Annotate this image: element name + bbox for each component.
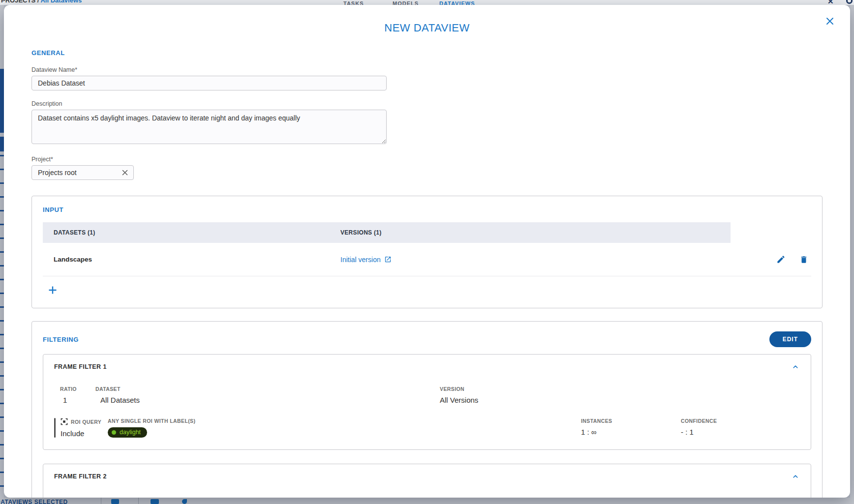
tab-models: MODELS: [393, 0, 419, 5]
dataset-name: Landscapes: [43, 256, 340, 263]
delete-row-button[interactable]: [799, 255, 808, 264]
project-input[interactable]: [31, 165, 134, 180]
table-row-fragment: [0, 69, 4, 133]
modal-title: NEW DATAVIEW: [4, 22, 850, 34]
app-table-fragment-left: [0, 5, 4, 498]
close-icon: [825, 16, 835, 26]
table-row: Landscapes Initial version: [43, 243, 811, 276]
plus-icon: [47, 284, 59, 296]
roi-query-label: ROI QUERY: [71, 419, 101, 425]
collapse-filter-1-button[interactable]: [791, 362, 800, 371]
column-header-datasets: DATASETS (1): [43, 222, 340, 243]
filtering-section: FILTERING EDIT FRAME FILTER 1 RATIO: [31, 321, 823, 498]
roi-mode-value: Include: [61, 429, 108, 438]
description-textarea[interactable]: Dataset contains x5 daylight images. Dat…: [31, 110, 387, 144]
datasets-table: DATASETS (1) VERSIONS (1) Landscapes Ini…: [43, 222, 811, 276]
general-section-heading: GENERAL: [31, 49, 823, 57]
dataview-name-input[interactable]: [31, 76, 387, 90]
ratio-label: RATIO: [60, 386, 95, 392]
version-link-label: Initial version: [340, 256, 381, 264]
dataview-name-label: Dataview Name*: [31, 66, 823, 73]
tab-tasks: TASKS: [343, 0, 364, 5]
trash-icon: [799, 255, 808, 264]
app-close-icon: ✕: [827, 0, 834, 5]
edit-filtering-button[interactable]: EDIT: [769, 331, 811, 347]
ratio-value: 1: [60, 396, 95, 404]
chevron-up-icon: [791, 362, 800, 371]
roi-label-chip: daylight: [108, 427, 147, 438]
version-value: All Versions: [440, 396, 800, 404]
chevron-up-icon: [791, 472, 800, 481]
collapse-filter-2-button[interactable]: [791, 472, 800, 481]
move-icon: [182, 499, 187, 504]
version-label: VERSION: [440, 386, 800, 392]
roi-query-icon: [61, 418, 68, 425]
roi-label-text: daylight: [120, 429, 141, 436]
app-header-fragment: PROJECTS / All Dataviews TASKS MODELS DA…: [0, 0, 854, 5]
edit-row-button[interactable]: [776, 255, 786, 264]
project-clear-button[interactable]: [121, 169, 129, 178]
close-button[interactable]: [824, 15, 836, 28]
pencil-icon: [776, 255, 786, 264]
external-link-icon: [384, 256, 392, 263]
frame-filter-1-title: FRAME FILTER 1: [54, 363, 107, 370]
add-dataset-button[interactable]: [47, 284, 59, 296]
roi-rule-bar: [54, 418, 56, 438]
version-link[interactable]: Initial version: [340, 256, 731, 264]
confidence-label: CONFIDENCE: [681, 418, 800, 424]
instances-value: 1 : ∞: [581, 428, 681, 436]
input-section: INPUT DATASETS (1) VERSIONS (1) Landscap…: [31, 196, 823, 308]
tab-dataviews: DATAVIEWS: [439, 0, 475, 5]
breadcrumb-root: PROJECTS: [1, 0, 35, 4]
frame-filter-1: FRAME FILTER 1 RATIO 1 DATASET All Da: [43, 354, 811, 450]
footer-divider: [101, 498, 101, 504]
table-row-fragment: [0, 137, 4, 151]
footer-divider: [138, 498, 139, 504]
frame-filter-2-title: FRAME FILTER 2: [54, 473, 107, 480]
label-color-dot: [112, 430, 116, 435]
breadcrumb: PROJECTS / All Dataviews: [1, 0, 82, 4]
project-label: Project*: [31, 156, 823, 163]
column-header-actions: [731, 222, 811, 243]
dataset-label: DATASET: [95, 386, 440, 392]
archive-icon: [111, 499, 119, 504]
filtering-section-heading: FILTERING: [43, 336, 79, 343]
breadcrumb-separator: /: [37, 0, 39, 4]
description-label: Description: [31, 100, 823, 107]
footer-selected-label: DATAVIEWS SELECTED: [0, 499, 68, 504]
new-dataview-modal: NEW DATAVIEW GENERAL Dataview Name* Desc…: [4, 5, 850, 498]
roi-rule-label: ANY SINGLE ROI WITH LABEL(S): [108, 418, 581, 424]
table-rows-fragment: [0, 155, 4, 498]
frame-filter-2: FRAME FILTER 2: [43, 464, 811, 498]
help-icon: [846, 0, 853, 4]
datasets-table-header: DATASETS (1) VERSIONS (1): [43, 222, 811, 243]
breadcrumb-page: All Dataviews: [40, 0, 82, 4]
clear-icon: [121, 169, 129, 177]
dataset-value: All Datasets: [95, 396, 440, 404]
app-footer-fragment: DATAVIEWS SELECTED: [0, 498, 854, 504]
app-fragment-right: [850, 5, 854, 498]
folder-icon: [151, 499, 159, 504]
instances-label: INSTANCES: [581, 418, 681, 424]
confidence-value: - : 1: [681, 428, 800, 436]
column-header-versions: VERSIONS (1): [340, 222, 731, 243]
input-section-heading: INPUT: [43, 206, 811, 213]
